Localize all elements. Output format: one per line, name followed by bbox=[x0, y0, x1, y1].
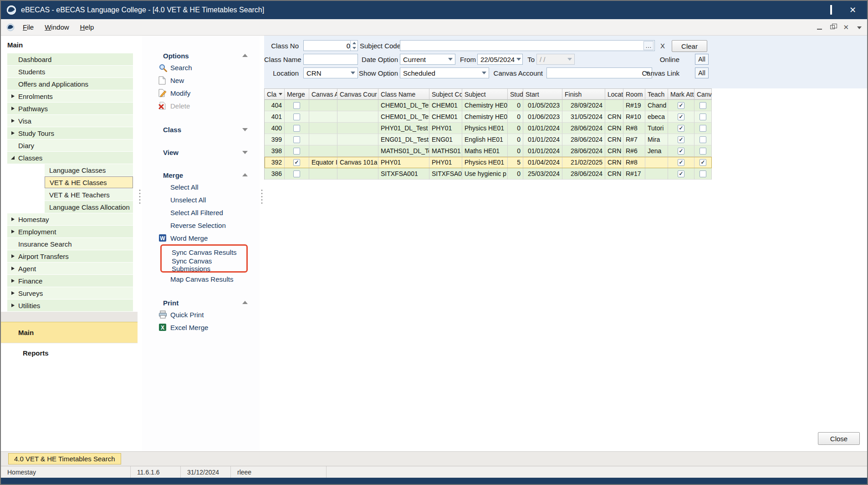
subject-code-browse-button[interactable]: … bbox=[643, 41, 654, 50]
sidebar-item-surveys[interactable]: Surveys bbox=[7, 287, 133, 299]
collapse-up-icon[interactable] bbox=[242, 173, 248, 176]
clear-button[interactable]: Clear bbox=[672, 40, 707, 52]
column-header-teacher[interactable]: Teach bbox=[645, 89, 668, 100]
ribbon-item-modify[interactable]: Modify bbox=[142, 87, 260, 99]
sidebar-item-utilities[interactable]: Utilities bbox=[7, 299, 133, 311]
mark-attendance-checkbox[interactable]: ✓ bbox=[678, 159, 684, 166]
canvas-link-checkbox[interactable]: ✓ bbox=[700, 159, 706, 166]
close-window-button[interactable]: ✕ bbox=[849, 6, 856, 14]
column-header-students[interactable]: Studer bbox=[508, 89, 523, 100]
splitter-right[interactable] bbox=[260, 36, 264, 451]
toolbar-options-chevron-icon[interactable] bbox=[857, 26, 862, 29]
sidebar-item-enrolments[interactable]: Enrolments bbox=[7, 90, 133, 102]
sidebar-item-pathways[interactable]: Pathways bbox=[7, 103, 133, 114]
spin-up-icon[interactable] bbox=[351, 41, 357, 46]
sidebar-item-vet-he-classes[interactable]: VET & HE Classes bbox=[45, 176, 133, 188]
mdi-restore-icon[interactable] bbox=[830, 25, 835, 29]
group-header-view[interactable]: View bbox=[142, 147, 260, 158]
ribbon-item-reverse-selection[interactable]: Reverse Selection bbox=[142, 219, 260, 232]
column-header-room[interactable]: Room bbox=[623, 89, 645, 100]
column-header-class-name[interactable]: Class Name bbox=[378, 89, 429, 100]
column-header-canvas-account[interactable]: Canvas A bbox=[309, 89, 337, 100]
canvas-link-checkbox[interactable] bbox=[700, 114, 706, 120]
table-row[interactable]: 399ENG01_DL_TestENG01English HE01001/01/… bbox=[265, 134, 712, 145]
mark-attendance-checkbox[interactable]: ✓ bbox=[678, 102, 684, 109]
table-row[interactable]: 392✓Equator ITCanvas 101aPHY01PHY01Physi… bbox=[265, 157, 712, 168]
sidebar-item-finance[interactable]: Finance bbox=[7, 275, 133, 287]
mark-attendance-checkbox[interactable]: ✓ bbox=[678, 148, 684, 155]
sidebar-tab-reports[interactable]: Reports bbox=[1, 343, 138, 363]
menu-file[interactable]: File bbox=[17, 21, 39, 34]
from-date-combo[interactable]: 22/05/2024 bbox=[477, 54, 523, 65]
sidebar-item-classes[interactable]: Classes bbox=[7, 152, 133, 164]
class-no-input[interactable] bbox=[303, 40, 358, 51]
canvas-link-checkbox[interactable] bbox=[700, 148, 706, 155]
class-no-spinner[interactable] bbox=[350, 41, 357, 51]
online-all-box[interactable]: All bbox=[695, 54, 709, 65]
merge-checkbox[interactable] bbox=[293, 125, 300, 132]
maximize-button[interactable] bbox=[830, 6, 832, 14]
column-header-canvas-link[interactable]: Canva bbox=[694, 89, 712, 100]
mdi-close-icon[interactable]: ✕ bbox=[843, 24, 849, 31]
mark-attendance-checkbox[interactable]: ✓ bbox=[678, 114, 684, 120]
sidebar-item-offers-and-applications[interactable]: Offers and Applications bbox=[7, 78, 133, 90]
collapse-up-icon[interactable] bbox=[242, 301, 248, 304]
column-header-subject-code[interactable]: Subject Co bbox=[429, 89, 462, 100]
class-name-value[interactable] bbox=[306, 56, 357, 63]
sidebar-item-diary[interactable]: Diary bbox=[7, 139, 133, 151]
column-header-start-date[interactable]: Start bbox=[523, 89, 562, 100]
table-row[interactable]: 404CHEM01_DL_TestCHEM01Chemistry HE0001/… bbox=[265, 100, 712, 111]
merge-checkbox[interactable] bbox=[293, 102, 300, 109]
ribbon-item-word-merge[interactable]: WWord Merge bbox=[142, 232, 260, 244]
sidebar-tab-main[interactable]: Main bbox=[1, 322, 138, 343]
column-header-subject[interactable]: Subject bbox=[462, 89, 508, 100]
collapse-down-icon[interactable] bbox=[242, 128, 248, 131]
class-name-input[interactable] bbox=[303, 54, 358, 65]
table-row[interactable]: 386SITXFSA001SITXFSA00Use hygienic p025/… bbox=[265, 168, 712, 180]
sort-arrow-icon[interactable] bbox=[279, 93, 282, 95]
document-tab[interactable]: 4.0 VET & HE Timetables Search bbox=[8, 453, 121, 464]
ribbon-item-new[interactable]: New bbox=[142, 74, 260, 87]
ribbon-item-sync-canvas-submissions[interactable]: Sync Canvas Submissions bbox=[162, 258, 246, 271]
group-header-options[interactable]: Options bbox=[142, 50, 260, 61]
location-combo[interactable]: CRN bbox=[303, 67, 358, 78]
mark-attendance-checkbox[interactable]: ✓ bbox=[678, 170, 684, 177]
table-row[interactable]: 401CHEM01_DL_TestCHEM01Chemistry HE0001/… bbox=[265, 111, 712, 123]
ribbon-item-excel-merge[interactable]: XExcel Merge bbox=[142, 321, 260, 334]
ribbon-item-search[interactable]: Search bbox=[142, 61, 260, 74]
canvas-link-checkbox[interactable] bbox=[700, 170, 706, 177]
collapse-down-icon[interactable] bbox=[242, 151, 248, 154]
sidebar-item-homestay[interactable]: Homestay bbox=[7, 213, 133, 225]
sidebar-item-language-class-allocation[interactable]: Language Class Allocation bbox=[45, 201, 133, 213]
merge-checkbox[interactable] bbox=[293, 136, 300, 143]
ribbon-item-map-canvas-results[interactable]: Map Canvas Results bbox=[142, 273, 260, 285]
ribbon-item-select-all[interactable]: Select All bbox=[142, 181, 260, 193]
mark-attendance-checkbox[interactable]: ✓ bbox=[678, 136, 684, 143]
column-header-merge[interactable]: Merge bbox=[285, 89, 309, 100]
column-header-mark-attendance[interactable]: Mark Att bbox=[668, 89, 694, 100]
menu-help[interactable]: Help bbox=[75, 21, 100, 34]
column-header-location[interactable]: Locati bbox=[605, 89, 623, 100]
class-no-value[interactable] bbox=[306, 42, 350, 50]
ribbon-item-unselect-all[interactable]: Unselect All bbox=[142, 193, 260, 206]
dropdown-arrow-icon[interactable] bbox=[446, 54, 455, 64]
sidebar-item-visa[interactable]: Visa bbox=[7, 115, 133, 127]
canvas-link-checkbox[interactable] bbox=[700, 102, 706, 109]
collapse-up-icon[interactable] bbox=[242, 54, 248, 57]
menu-window[interactable]: Window bbox=[39, 21, 74, 34]
canvas-link-checkbox[interactable] bbox=[700, 125, 706, 132]
merge-checkbox[interactable]: ✓ bbox=[293, 159, 300, 166]
sidebar-item-students[interactable]: Students bbox=[7, 66, 133, 77]
mark-attendance-checkbox[interactable]: ✓ bbox=[678, 125, 684, 132]
mdi-minimize-icon[interactable] bbox=[817, 29, 822, 30]
merge-checkbox[interactable] bbox=[293, 170, 300, 177]
dropdown-arrow-icon[interactable] bbox=[515, 54, 522, 64]
table-row[interactable]: 398MATHS01_DL_TesMATHS01Maths HE01001/01… bbox=[265, 145, 712, 157]
canvas-link-checkbox[interactable] bbox=[700, 136, 706, 143]
subject-code-value[interactable] bbox=[403, 42, 643, 50]
sidebar-item-dashboard[interactable]: Dashboard bbox=[7, 53, 133, 65]
sidebar-item-study-tours[interactable]: Study Tours bbox=[7, 127, 133, 139]
sidebar-item-language-classes[interactable]: Language Classes bbox=[45, 164, 133, 176]
sidebar-item-insurance-search[interactable]: Insurance Search bbox=[7, 238, 133, 250]
sidebar-item-vet-he-teachers[interactable]: VET & HE Teachers bbox=[45, 189, 133, 201]
